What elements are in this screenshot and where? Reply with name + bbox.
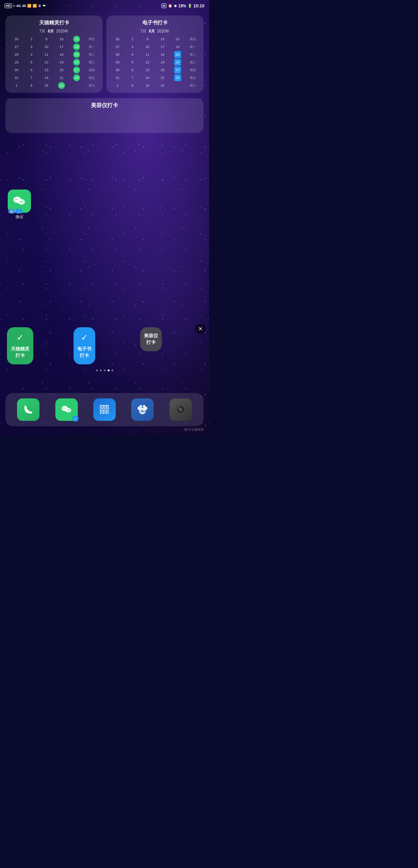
cal-day-label: 周四 [185,67,200,73]
alarm-icon: ⏰ [168,4,172,8]
cal-day-label: 周一 [84,43,99,50]
cal-cell: 7 [125,74,140,81]
ebook-task-button[interactable]: ✓ 电子书打卡 [74,327,95,364]
svg-point-57 [179,408,182,411]
cal-day-label: 周日 [84,36,99,43]
cal-cell-28-blue: 28 [170,74,185,81]
svg-rect-34 [106,410,107,411]
dock-wechat-svg [61,404,72,415]
cal-cell: 29 [110,59,125,66]
beauty-task-button[interactable]: ✕ 美容仪打卡 [140,327,162,351]
tianmao-task-label: 天猫精灵打卡 [11,346,29,359]
svg-rect-45 [104,413,106,414]
svg-rect-23 [108,407,109,408]
cal-cell: 10 [39,43,54,50]
tianmao-widget[interactable]: 天猫精灵打卡 7月 8月 2020年 26 2 9 16 23 周日 27 3 … [5,15,103,93]
nfc-icon: N [161,3,166,8]
task-buttons-area: ✓ 天猫精灵打卡 ✓ 电子书打卡 ✕ 美容仪打卡 [0,327,209,364]
cal-day-label: 周三 [185,59,200,66]
svg-point-9 [65,408,65,408]
wechat-icon-wrapper[interactable]: 2 ✓ [8,190,31,213]
cal-day-label: 周六 [185,82,200,89]
bluetooth-icon: ✱ [174,4,177,8]
svg-rect-13 [101,405,103,406]
battery-icon: 🔋 [188,4,192,8]
svg-point-10 [67,410,68,410]
cal-cell: 2 [125,36,140,43]
tianmao-task-button[interactable]: ✓ 天猫精灵打卡 [7,327,33,364]
svg-point-51 [140,405,142,408]
ebook-title: 电子书打卡 [110,19,200,26]
cal-cell: 28 [9,51,24,58]
wechat-app-area[interactable]: 2 ✓ 微信 [8,190,31,220]
battery-level: 18% [178,4,186,8]
cal-day-label: 周二 [84,51,99,58]
svg-rect-36 [100,411,101,412]
cal-cell: 11 [39,51,54,58]
cal-cell: 15 [140,82,155,89]
cal-cell: 3 [24,43,39,50]
beauty-widget[interactable]: 美容仪打卡 [5,98,204,133]
dock-baidu-icon[interactable]: du [131,398,154,421]
cal-cell: 13 [39,67,54,73]
svg-rect-14 [103,405,104,406]
cal-day-label: 周二 [185,51,200,58]
tianmao-months: 7月 8月 2020年 [9,29,99,34]
svg-rect-22 [106,407,107,408]
svg-rect-43 [101,413,103,414]
svg-rect-35 [108,410,109,411]
cal-cell: 10 [140,43,155,50]
svg-rect-18 [100,407,101,408]
cal-cell: 31 [110,74,125,81]
cal-day-label: 周五 [185,74,200,81]
dock-phone-icon[interactable] [17,398,39,421]
baidu-svg: du [136,403,149,416]
svg-rect-30 [100,410,101,411]
cal-cell: 16 [155,36,170,43]
dot-5 [111,369,113,371]
svg-text:du: du [140,409,145,413]
svg-rect-19 [101,407,103,408]
dock-wechat-icon[interactable]: ✓ [55,398,78,421]
cal-cell: 1 [9,82,24,89]
wechat-badge-check: ✓ [16,209,22,214]
wechat-svg [12,194,26,208]
cal-cell: 4 [24,51,39,58]
watermark: 值·什么值得买 [184,427,204,432]
cal-cell: 19 [155,59,170,66]
hd-indicator: HD [5,3,12,8]
cal-cell: 5 [125,59,140,66]
svg-rect-27 [104,408,106,409]
svg-rect-33 [104,410,106,411]
ebook-month-7: 7月 [140,29,147,34]
cal-cell: 9 [39,36,54,43]
svg-rect-20 [103,407,104,408]
cal-cell: 1 [110,82,125,89]
4g-indicator: 4G [16,4,21,8]
cal-cell-27-green: 27 [69,67,84,73]
cal-cell-24-green: 24 [69,43,84,50]
svg-rect-42 [100,413,101,414]
page-dots [0,369,209,371]
beauty-task-label: 美容仪打卡 [144,333,158,346]
ebook-months: 7月 8月 2020年 [110,29,200,34]
camera-svg [175,404,187,415]
cal-cell: 18 [155,51,170,58]
cal-cell: 18 [54,51,69,58]
wechat-badge-container: 2 ✓ [9,209,22,214]
cal-cell: 28 [110,51,125,58]
dock-grid-icon[interactable] [93,398,116,421]
status-bar: HD n 4G 36 📶 📶 🖥 ❤ N ⏰ ✱ 18% 🔋 10:10 [0,0,209,11]
cal-cell: 31 [9,74,24,81]
cal-cell: 3 [125,43,140,50]
cal-cell: 21 [155,74,170,81]
phone-svg [22,404,34,415]
svg-rect-44 [103,413,104,414]
svg-point-7 [65,408,71,413]
ebook-widget[interactable]: 电子书打卡 7月 8月 2020年 26 2 9 16 23 周日 27 3 1… [106,15,204,93]
svg-rect-38 [103,411,104,412]
ebook-task-label: 电子书打卡 [77,346,91,359]
svg-rect-41 [108,411,109,412]
dock-camera-icon[interactable] [170,398,192,421]
beauty-close-button[interactable]: ✕ [195,323,206,334]
